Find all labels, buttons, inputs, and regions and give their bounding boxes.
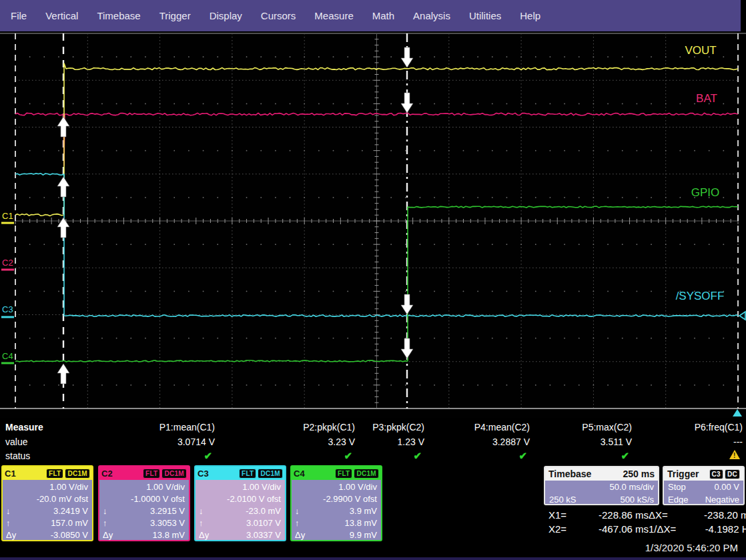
grid-dot [506,338,508,339]
timebase-panel[interactable]: Timebase 250 ms 50.0 ms/div250 kS500 kS/… [544,466,659,505]
grid-dot [304,244,305,245]
channel-box-c1[interactable]: C1FLTDC1M1.00 V/div-20.0 mV ofst↓3.2419 … [1,465,93,541]
grid-dot [390,150,392,152]
grid-dot [679,150,681,152]
grid-dot [159,244,161,245]
grid-dot [679,103,681,104]
grid-dot [579,197,580,198]
grid-dot [347,197,348,198]
channel-marker-c3[interactable]: C3 [2,304,13,314]
channel-readout-row: 1.00 V/div [3,481,92,493]
channel-marker-c4[interactable]: C4 [2,351,13,361]
menu-item-vertical[interactable]: Vertical [45,10,78,21]
menu-item-math[interactable]: Math [372,10,394,21]
grid-dot [420,384,421,386]
measure-col-1-header[interactable]: P1:mean(C1) [101,422,215,433]
warning-icon: ! [729,450,740,459]
grid-dot [362,56,363,57]
channel-readout-row: Δy-3.0850 V [3,529,92,541]
grid-dot [159,197,161,198]
grid-dot [622,338,623,339]
grid-dot [550,197,551,198]
grid-dot [463,56,464,57]
cursor-readout: X1=-228.86 msΔX=-238.20 msX2=-467.06 ms1… [548,509,746,535]
channel-readout-row: ↓-23.0 mV [196,505,285,517]
menu-item-utilities[interactable]: Utilities [469,10,501,21]
channel-box-c2[interactable]: C2FLTDC1M1.00 V/div-1.0000 V ofst↓3.2915… [98,465,190,541]
grid-dot [232,103,233,104]
grid-dot [246,244,248,245]
grid-dot [73,103,74,104]
coupling-badge: DC1M [65,469,90,479]
grid-dot [188,338,190,339]
grid-dot [535,150,536,152]
grid-dot [58,56,59,57]
grid-dot [679,338,681,339]
grid-dot [58,197,59,198]
grid-dot [420,150,421,152]
measure-col-6-header[interactable]: P6:freq(C1) [629,422,743,433]
grid-dot [333,103,334,104]
channel-box-c4[interactable]: C4FLTDC1M1.00 V/div-2.9900 V ofst↓3.9 mV… [290,465,382,541]
grid-dot [492,290,493,292]
grid-dot [333,197,334,198]
channel-readout-row: Δy3.0337 V [196,529,285,541]
menu-item-help[interactable]: Help [520,10,540,21]
channel-box-c3[interactable]: C3FLTDC1M1.00 V/div-2.0100 V ofst↓-23.0 … [194,465,286,541]
menu-item-trigger[interactable]: Trigger [159,10,191,21]
trigger-panel[interactable]: Trigger C3DC Stop0.00 VEdgeNegative [663,466,745,505]
menu-item-measure[interactable]: Measure [314,10,353,21]
grid-dot [636,290,637,292]
menu-item-file[interactable]: File [11,10,27,21]
cursor-value: -228.86 ms [575,509,649,521]
value-row-label: value [5,437,27,447]
grid-dot [73,338,74,339]
grid-dot [665,338,667,339]
grid-dot [463,290,464,292]
measure-col-3-header[interactable]: P3:pkpk(C2) [311,422,424,433]
grid-dot [290,197,291,198]
grid-dot [362,290,363,292]
grid-dot [420,103,421,104]
grid-dot [550,150,551,152]
grid-dot [405,150,406,152]
channel-marker-c1[interactable]: C1 [2,211,13,221]
grid-dot [116,197,117,198]
grid-dot [535,338,536,339]
measure-col-4-header[interactable]: P4:mean(C2) [416,422,530,433]
menu-item-timebase[interactable]: Timebase [97,10,140,21]
channel-readout-row: Δy9.9 mV [292,529,381,541]
grid-dot [579,150,580,152]
cursor-value: -467.06 ms [575,523,649,535]
grid-dot [636,150,637,152]
grid-dot [101,338,103,339]
grid-dot [679,197,681,198]
channel-marker-c2[interactable]: C2 [2,258,13,268]
trigger-row: Stop0.00 V [664,481,743,493]
grid-dot [290,338,291,339]
channel-id-label: C2 [101,469,113,479]
grid-dot [246,56,248,57]
grid-dot [593,150,595,152]
grid-dot [477,150,478,152]
grid-dot [260,56,262,57]
grid-dot [347,150,348,152]
trigger-coupling-badge: DC [725,469,740,479]
grid-dot [101,56,103,57]
grid-dot [304,338,305,339]
grid-dot [694,244,695,245]
grid-dot [506,290,508,292]
grid-dot [116,103,117,104]
grid-dot [463,244,464,245]
grid-dot [709,338,710,339]
menu-item-display[interactable]: Display [210,10,242,21]
grid-dot [665,384,667,386]
grid-dot [145,338,146,339]
grid-dot [607,103,609,104]
grid-dot [73,56,74,57]
grid-dot [43,384,45,386]
menu-item-analysis[interactable]: Analysis [413,10,450,21]
measure-col-5-header[interactable]: P5:max(C2) [518,422,632,433]
grid-dot [159,338,161,339]
menu-item-cursors[interactable]: Cursors [261,10,296,21]
